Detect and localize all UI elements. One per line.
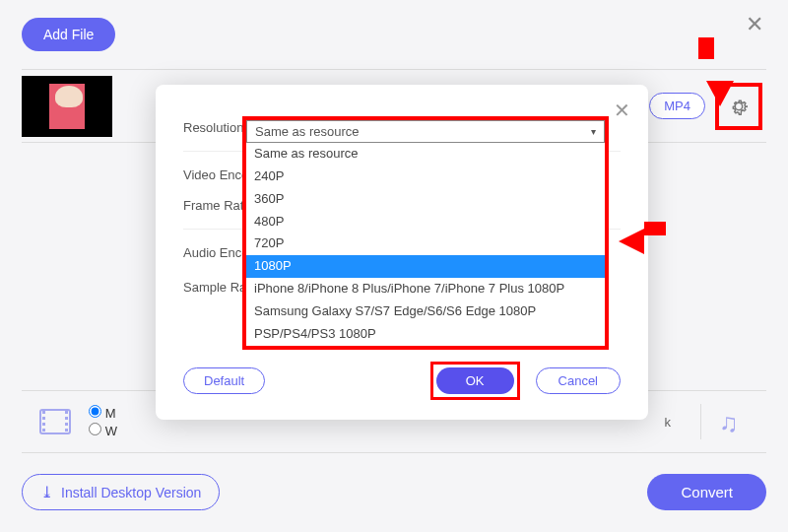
radio-option-1[interactable]: M — [89, 405, 117, 421]
download-icon — [40, 483, 53, 501]
annotation-arrow-left — [619, 229, 644, 254]
install-desktop-button[interactable]: Install Desktop Version — [22, 474, 220, 510]
music-icon[interactable] — [719, 408, 747, 435]
resolution-option[interactable]: 480P — [246, 211, 605, 233]
cancel-button[interactable]: Cancel — [536, 367, 621, 394]
close-icon[interactable]: ✕ — [746, 12, 763, 37]
resolution-option[interactable]: 720P — [246, 233, 605, 255]
annotation-highlight-ok: OK — [430, 362, 520, 400]
resolution-option[interactable]: 1080P — [246, 255, 605, 278]
resolution-option[interactable]: 360P — [246, 188, 605, 211]
radio-option-2[interactable]: W — [89, 423, 117, 438]
resolution-dropdown: Same as resource Same as resource240P360… — [242, 116, 609, 350]
resolution-option[interactable]: 240P — [246, 166, 605, 188]
annotation-arrow-down — [706, 81, 734, 106]
ok-button[interactable]: OK — [436, 367, 514, 394]
divider — [700, 404, 701, 439]
resolution-option[interactable]: Samsung Galaxy S7/S7 Edge/S6/S6 Edge 108… — [246, 300, 605, 323]
resolution-select[interactable]: Same as resource — [246, 120, 605, 143]
convert-button[interactable]: Convert — [647, 474, 766, 510]
video-thumbnail[interactable] — [22, 76, 112, 137]
truncated-text: k — [665, 415, 672, 430]
resolution-option[interactable]: iPhone 8/iPhone 8 Plus/iPhone 7/iPhone 7… — [246, 278, 605, 300]
add-file-button[interactable]: Add File — [22, 18, 115, 51]
resolution-option[interactable]: Same as resource — [246, 143, 605, 166]
format-button[interactable]: MP4 — [649, 93, 705, 119]
resolution-option[interactable]: PSP/PS4/PS3 1080P — [246, 323, 605, 346]
default-button[interactable]: Default — [183, 367, 265, 394]
close-icon[interactable]: ✕ — [614, 99, 630, 122]
film-icon[interactable] — [39, 409, 71, 434]
